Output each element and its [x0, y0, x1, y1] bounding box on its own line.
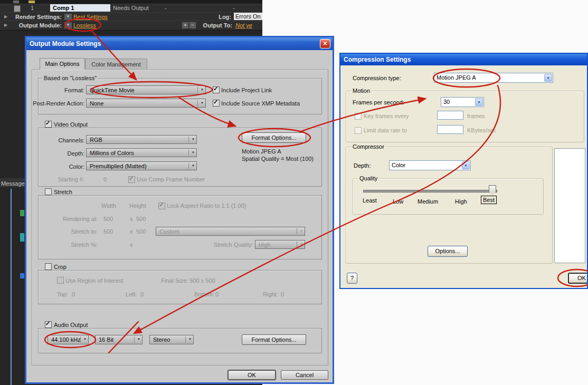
limit-data-rate-checkbox — [355, 127, 362, 134]
audio-format-options-button[interactable]: Format Options... — [242, 334, 306, 345]
lock-aspect-label: Lock Aspect Ratio to 1:1 (1.00) — [167, 203, 246, 209]
post-render-label: Post-Render Action: — [32, 100, 84, 107]
tab-color-management[interactable]: Color Management — [85, 59, 147, 70]
video-output-checkbox[interactable] — [45, 121, 52, 128]
cancel-button[interactable]: Cancel — [281, 370, 328, 380]
depth-dropdown[interactable]: Millions of Colors — [86, 148, 197, 157]
crop-left-label: Left: — [126, 291, 137, 298]
help-button[interactable]: ? — [347, 273, 357, 284]
log-label: Log: — [203, 14, 231, 20]
add-output-module-button[interactable]: + — [182, 22, 189, 29]
format-dropdown[interactable]: QuickTime Movie — [86, 85, 206, 94]
channels-value: RGB — [87, 136, 196, 143]
dropdown-arrow-icon: ▼ — [67, 15, 70, 18]
close-icon[interactable]: ✕ — [320, 39, 330, 49]
render-item-checkbox[interactable] — [14, 5, 21, 12]
message-tab: Message — [0, 178, 25, 187]
render-settings-dropdown-icon[interactable]: ▼ — [64, 13, 72, 21]
use-roi-checkbox — [57, 277, 64, 284]
format-value: QuickTime Movie — [87, 86, 205, 93]
rendering-width-value: 500 — [103, 216, 113, 223]
crop-top-value: 0 — [72, 291, 75, 298]
quality-tick-least: Least — [363, 197, 377, 204]
post-render-dropdown[interactable]: None — [86, 99, 206, 108]
quality-slider-track[interactable] — [363, 190, 497, 192]
crop-top-label: Top: — [57, 291, 68, 298]
cs-ok-button[interactable]: OK — [568, 273, 588, 284]
include-xmp-checkbox[interactable] — [213, 100, 220, 107]
output-module-dropdown-icon[interactable]: ▼ — [64, 22, 72, 29]
cs-depth-dropdown[interactable]: Color — [389, 160, 471, 170]
key-frames-input — [437, 111, 463, 120]
rendering-times-label: x — [130, 216, 133, 223]
channels-dropdown[interactable]: RGB — [86, 135, 197, 144]
compression-settings-dialog: Compression Settings Compression type: M… — [339, 53, 588, 289]
preview-pane — [554, 148, 585, 263]
cs-title-bar[interactable]: Compression Settings — [340, 54, 587, 65]
output-module-label: Output Module: — [0, 22, 62, 28]
motion-group-label: Motion — [351, 88, 372, 94]
ok-button[interactable]: OK — [228, 370, 276, 380]
output-to-value[interactable]: Not ye — [235, 22, 252, 28]
group-based-on-label: Based on "Lossless" — [42, 75, 98, 81]
cs-depth-label: Depth: — [354, 162, 371, 169]
stretch-pct-label: Stretch %: — [45, 242, 98, 248]
key-frames-checkbox — [355, 113, 362, 120]
group-crop — [38, 270, 322, 304]
compression-type-dropdown[interactable]: Motion JPEG A — [434, 73, 553, 83]
depth-label: Depth: — [42, 150, 84, 157]
video-output-group-header[interactable]: Video Output — [43, 121, 89, 128]
include-project-link-checkbox[interactable] — [213, 86, 220, 93]
stretch-group-header[interactable]: Stretch — [43, 188, 74, 195]
stretch-preset-dropdown: Custom — [156, 227, 305, 236]
depth-value: Millions of Colors — [87, 149, 196, 156]
render-settings-value[interactable]: Best Settings — [73, 14, 108, 20]
render-status: Needs Output — [113, 5, 149, 11]
stretch-quality-label: Stretch Quality: — [201, 242, 253, 248]
audio-output-group-header[interactable]: Audio Output — [43, 321, 89, 328]
output-module-settings-dialog: Output Module Settings ✕ Main Options Co… — [25, 36, 334, 384]
crop-group-header[interactable]: Crop — [43, 263, 68, 270]
include-xmp-label: Include Source XMP Metadata — [221, 100, 300, 107]
use-roi-label: Use Region of Interest — [65, 277, 123, 284]
started-value: - — [165, 5, 167, 11]
background-fragment — [20, 273, 24, 278]
render-settings-label: Render Settings: — [0, 14, 62, 20]
output-module-value[interactable]: Lossless — [73, 22, 96, 28]
video-format-options-button[interactable]: Format Options... — [242, 132, 306, 143]
compression-type-label: Compression type: — [353, 75, 401, 81]
oms-dialog-title: Output Module Settings — [30, 40, 320, 47]
crop-right-label: Right: — [263, 291, 278, 298]
post-render-value: None — [87, 99, 205, 107]
group-quality — [353, 178, 544, 215]
options-button[interactable]: Options... — [428, 246, 468, 257]
oms-title-bar[interactable]: Output Module Settings ✕ — [26, 37, 333, 50]
height-column-label: Height — [129, 203, 146, 209]
audio-channels-value: Stereo — [150, 335, 193, 343]
stretch-width-value: 500 — [103, 228, 113, 235]
stretch-times-label: x — [130, 228, 133, 235]
row-divider — [0, 21, 262, 21]
stretch-quality-dropdown: High — [255, 240, 305, 249]
audio-output-checkbox[interactable] — [45, 321, 52, 328]
tab-main-options[interactable]: Main Options — [40, 58, 85, 70]
audio-channels-dropdown[interactable]: Stereo — [149, 335, 194, 344]
rendering-at-label: Rendering at: — [45, 216, 98, 223]
format-label: Format: — [42, 87, 84, 94]
lock-aspect-checkbox — [158, 203, 165, 209]
audio-depth-dropdown[interactable]: 16 Bit — [95, 335, 143, 344]
rendering-height-value: 500 — [136, 216, 146, 223]
log-dropdown[interactable]: Errors On — [234, 13, 262, 20]
color-dropdown[interactable]: Premultiplied (Matted) — [86, 161, 197, 170]
header-checkbox-icon — [13, 1, 19, 3]
comp-name-cell[interactable]: Comp 1 — [50, 4, 110, 12]
crop-checkbox[interactable] — [45, 263, 52, 270]
fps-dropdown[interactable]: 30 — [441, 97, 484, 107]
color-value: Premultiplied (Matted) — [87, 162, 196, 169]
screen: 1 Comp 1 Needs Output - - ▶ Render Setti… — [0, 0, 588, 385]
stretch-quality-value: High — [255, 240, 305, 248]
stretch-checkbox[interactable] — [45, 188, 52, 195]
quality-group-label: Quality — [358, 175, 379, 181]
stretch-pct-times-label: x — [130, 242, 133, 248]
audio-rate-dropdown[interactable]: 44.100 kHz — [48, 335, 89, 344]
